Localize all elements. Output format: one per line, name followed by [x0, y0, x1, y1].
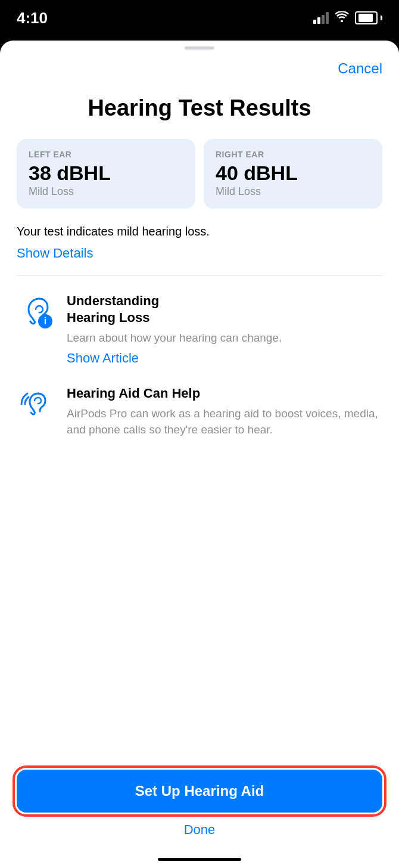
right-ear-card: RIGHT EAR 40 dBHL Mild Loss	[204, 139, 382, 209]
status-bar: 4:10 71	[0, 0, 399, 36]
hearing-loss-section: i Understanding Hearing Loss Learn about…	[0, 293, 399, 367]
done-button[interactable]: Done	[17, 813, 382, 847]
svg-text:i: i	[44, 316, 46, 326]
left-ear-card: LEFT EAR 38 dBHL Mild Loss	[17, 139, 195, 209]
show-details-link[interactable]: Show Details	[0, 246, 399, 261]
left-ear-label: LEFT EAR	[29, 150, 183, 159]
hearing-loss-desc: Learn about how your hearing can change.	[67, 330, 382, 346]
cancel-button[interactable]: Cancel	[338, 60, 382, 77]
battery-icon: 71	[355, 11, 382, 24]
page-title: Hearing Test Results	[0, 83, 399, 139]
right-ear-value: 40 dBHL	[216, 163, 370, 183]
status-icons: 71	[313, 11, 382, 25]
left-ear-description: Mild Loss	[29, 185, 183, 198]
ear-info-icon: i	[17, 293, 55, 331]
hearing-aid-section: Hearing Aid Can Help AirPods Pro can wor…	[0, 385, 399, 442]
wifi-icon	[335, 11, 349, 25]
hearing-loss-content: Understanding Hearing Loss Learn about h…	[67, 293, 382, 367]
right-ear-label: RIGHT EAR	[216, 150, 370, 159]
hearing-aid-desc: AirPods Pro can work as a hearing aid to…	[67, 406, 382, 438]
bottom-actions: Set Up Hearing Aid Done	[0, 758, 399, 853]
setup-hearing-aid-button[interactable]: Set Up Hearing Aid	[17, 770, 382, 813]
status-time: 4:10	[17, 9, 48, 27]
show-article-link[interactable]: Show Article	[67, 351, 139, 365]
hearing-aid-title: Hearing Aid Can Help	[67, 385, 382, 402]
home-indicator	[158, 858, 241, 861]
cancel-row: Cancel	[0, 49, 399, 83]
left-ear-value: 38 dBHL	[29, 163, 183, 183]
right-ear-description: Mild Loss	[216, 185, 370, 198]
hearing-aid-icon	[17, 385, 55, 423]
result-text: Your test indicates mild hearing loss.	[0, 223, 399, 240]
main-sheet: Cancel Hearing Test Results LEFT EAR 38 …	[0, 41, 399, 868]
signal-icon	[313, 12, 329, 24]
divider	[17, 275, 382, 276]
hearing-loss-title: Understanding Hearing Loss	[67, 293, 382, 327]
hearing-aid-content: Hearing Aid Can Help AirPods Pro can wor…	[67, 385, 382, 442]
ear-cards: LEFT EAR 38 dBHL Mild Loss RIGHT EAR 40 …	[0, 139, 399, 209]
